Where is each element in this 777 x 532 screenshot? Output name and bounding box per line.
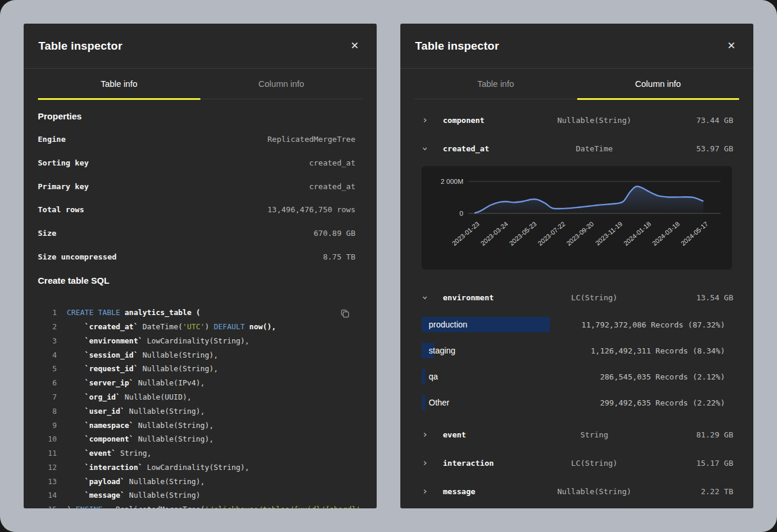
svg-text:2024-05-17: 2024-05-17 [679,220,710,246]
column-row-environment[interactable]: environmentLC(String)13.54 GB [400,283,753,312]
property-label: Total rows [38,205,84,214]
modal-title: Table inspector [415,40,499,53]
svg-text:2023-11-19: 2023-11-19 [594,220,623,246]
tab-column-info[interactable]: Column info [200,69,363,99]
column-size: 15.17 GB [662,459,733,468]
code-text: `interaction` LowCardinality(String), [67,460,250,475]
value-label: Other [422,398,449,407]
column-type: DateTime [526,144,662,153]
column-size: 81.29 GB [662,430,733,439]
sql-code-line: 9 `namespace` Nullable(String), [38,419,355,433]
chevron-down-icon [422,294,428,301]
property-value: 13,496,476,750 rows [267,205,355,214]
property-label: Primary key [38,182,89,191]
column-size: 13.54 GB [662,293,733,302]
code-text: `component` Nullable(String), [67,432,213,446]
svg-text:0: 0 [459,210,463,217]
close-icon[interactable]: ✕ [348,38,361,53]
tab-table-info[interactable]: Table info [415,69,577,99]
tab-bar: Table info Column info [415,69,739,99]
chevron-cell[interactable] [422,294,433,301]
chevron-cell[interactable] [422,145,433,152]
svg-text:2023-01-23: 2023-01-23 [451,220,481,246]
line-number: 10 [38,432,57,446]
value-row-staging: staging1,126,492,311 Records (8.34%) [400,338,753,364]
value-record-count: 1,126,492,311 Records (8.34%) [591,346,725,355]
column-type: Nullable(String) [526,487,662,496]
column-name: component [433,116,526,125]
chevron-right-icon [422,117,428,124]
sql-code-line: 12 `interaction` LowCardinality(String), [38,460,355,475]
column-row-event[interactable]: eventString81.29 GB [400,420,753,449]
sql-code-line: 2 `created_at` DateTime('UTC') DEFAULT n… [38,320,355,334]
value-row-qa: qa286,545,035 Records (2.12%) [400,364,753,390]
chevron-down-icon [422,145,428,152]
column-name: environment [433,293,526,302]
svg-text:2023-03-24: 2023-03-24 [479,220,509,246]
line-number: 14 [38,488,57,502]
column-type: LC(String) [526,459,662,468]
chevron-cell[interactable] [422,117,433,124]
value-row-production: production11,792,372,086 Records (87.32%… [400,312,753,338]
column-row-interaction[interactable]: interactionLC(String)15.17 GB [400,449,753,477]
line-number: 5 [38,362,57,376]
chevron-cell[interactable] [422,432,433,438]
code-text: `user_id` Nullable(String), [67,404,205,419]
svg-text:2024-01-18: 2024-01-18 [622,220,652,246]
code-text: `org_id` Nullable(UUID), [67,390,192,404]
property-label: Engine [38,135,66,144]
svg-text:2023-09-20: 2023-09-20 [565,220,595,246]
desktop-background: Table inspector ✕ Table info Column info… [0,0,777,532]
property-row: Sorting keycreated_at [24,151,377,175]
column-info-scroll-area[interactable]: componentNullable(String)73.44 GBcreated… [400,99,753,508]
property-row: EngineReplicatedMergeTree [24,128,377,151]
chart-area-fill [475,186,704,213]
table-inspector-modal-column-info: Table inspector ✕ Table info Column info… [400,24,753,508]
created-at-distribution-chart: 2 000M02023-01-232023-03-242023-05-23202… [422,166,732,270]
create-table-sql-heading: Create table SQL [24,268,377,292]
modal-header: Table inspector ✕ [400,24,753,69]
line-number: 9 [38,419,57,433]
column-size: 53.97 GB [662,144,733,153]
property-value: 8.75 TB [323,252,355,261]
code-text: `namespace` Nullable(String), [67,419,213,433]
svg-text:2023-05-23: 2023-05-23 [508,220,538,246]
code-text: `payload` Nullable(String), [67,475,205,489]
tab-bar: Table info Column info [38,69,362,99]
line-number: 15 [38,502,57,508]
value-label: staging [422,346,455,355]
property-value: ReplicatedMergeTree [267,135,355,144]
column-row-created_at[interactable]: created_atDateTime53.97 GB [400,134,753,163]
line-number: 3 [38,334,57,348]
code-text: `message` Nullable(String) [67,488,200,502]
property-row: Total rows13,496,476,750 rows [24,198,377,222]
value-record-count: 286,545,035 Records (2.12%) [600,372,725,381]
copy-icon[interactable] [339,308,351,321]
chevron-cell[interactable] [422,488,433,495]
chevron-cell[interactable] [422,460,433,466]
sql-code-line: 4 `session_id` Nullable(String), [38,348,355,362]
code-text: CREATE TABLE analytics_table ( [67,306,200,320]
tab-column-info[interactable]: Column info [577,69,740,99]
sql-code-line: 1CREATE TABLE analytics_table ( [38,306,355,320]
tab-table-info[interactable]: Table info [38,69,200,99]
code-text: `request_id` Nullable(String), [67,362,218,376]
line-number: 13 [38,475,57,489]
line-number: 11 [38,446,57,460]
column-row-message[interactable]: messageNullable(String)2.22 TB [400,477,753,505]
value-label: production [422,320,467,329]
property-label: Sorting key [38,158,89,167]
columns-list: componentNullable(String)73.44 GBcreated… [400,99,753,505]
column-row-component[interactable]: componentNullable(String)73.44 GB [400,106,753,134]
property-row: Size670.89 GB [24,222,377,245]
table-info-scroll-area[interactable]: Properties EngineReplicatedMergeTreeSort… [24,99,377,508]
code-text: `environment` LowCardinality(String), [67,334,250,348]
code-text: `server_ip` Nullable(IPv4), [67,376,205,390]
property-row: Size uncompressed8.75 TB [24,245,377,268]
sql-lines: 1CREATE TABLE analytics_table (2 `create… [38,306,355,508]
line-number: 12 [38,460,57,475]
modal-header: Table inspector ✕ [24,24,377,69]
close-icon[interactable]: ✕ [725,38,738,53]
sql-code-line: 14 `message` Nullable(String) [38,488,355,502]
sql-code-line: 11 `event` String, [38,446,355,460]
